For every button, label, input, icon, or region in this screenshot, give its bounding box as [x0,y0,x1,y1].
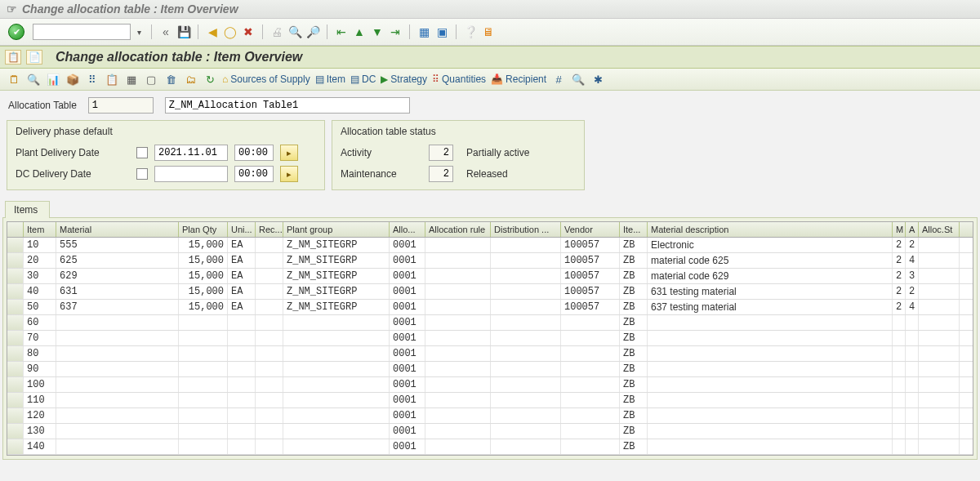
dc-date-checkbox[interactable] [136,168,148,180]
cell-item[interactable]: 10 [24,238,56,252]
table-row[interactable]: 5063715,000EAZ_NM_SITEGRP0001100057ZB637… [7,300,973,315]
cell-plant-group[interactable]: Z_NM_SITEGRP [283,269,390,283]
cell-qty[interactable] [179,439,228,454]
cell-a[interactable] [906,393,919,408]
cell-vendor[interactable] [561,331,620,345]
cell-description[interactable] [648,377,893,392]
copy-icon[interactable]: 📋 [105,72,119,87]
table-row[interactable]: 1400001ZB [7,439,973,455]
overview-btn-icon[interactable]: 🗒 [7,72,21,87]
cell-description[interactable]: material code 629 [648,269,893,283]
cell-distribution[interactable] [491,331,561,345]
cell-ite[interactable]: ZB [620,377,648,392]
cell-item[interactable]: 20 [24,253,56,268]
col-selector[interactable] [7,222,24,237]
cell-unit[interactable] [228,408,256,423]
cell-m[interactable] [893,424,906,439]
cell-vendor[interactable] [561,315,620,330]
cell-description[interactable] [648,393,893,408]
row-selector[interactable] [7,238,24,252]
new-session-icon[interactable]: ▦ [416,24,431,39]
cell-rec[interactable] [256,377,283,392]
cell-allocst[interactable] [919,393,960,408]
prev-page-icon[interactable]: ▲ [352,24,367,39]
cell-a[interactable] [906,362,919,376]
last-page-icon[interactable]: ⇥ [388,24,403,39]
cell-distribution[interactable] [491,284,561,299]
cell-ite[interactable]: ZB [620,424,648,439]
cell-material[interactable] [56,408,179,423]
cell-plant-group[interactable] [283,408,390,423]
cell-ite[interactable]: ZB [620,331,648,345]
table-row[interactable]: 1300001ZB [7,424,973,439]
col-ite[interactable]: Ite... [620,222,648,237]
cell-qty[interactable] [179,362,228,376]
col-plan-qty[interactable]: Plan Qty [179,222,228,237]
cell-distribution[interactable] [491,408,561,423]
cell-unit[interactable]: EA [228,253,256,268]
cell-m[interactable] [893,315,906,330]
cell-ite[interactable]: ZB [620,393,648,408]
cell-m[interactable] [893,439,906,454]
cell-allo[interactable]: 0001 [390,253,425,268]
cell-material[interactable] [56,315,179,330]
detail-icon[interactable]: 🔍 [26,72,41,87]
cell-allo[interactable]: 0001 [390,238,425,252]
cell-a[interactable] [906,346,919,361]
cell-allo[interactable]: 0001 [390,300,425,314]
cell-plant-group[interactable] [283,362,390,376]
table-row[interactable]: 1000001ZB [7,377,973,393]
cell-allo[interactable]: 0001 [390,315,425,330]
cell-qty[interactable] [179,315,228,330]
cell-alloc-rule[interactable] [425,269,491,283]
cell-item[interactable]: 90 [24,362,56,376]
cell-ite[interactable]: ZB [620,346,648,361]
layout-icon[interactable]: 🖥 [481,24,496,39]
cell-alloc-rule[interactable] [425,346,491,361]
table-row[interactable]: 4063115,000EAZ_NM_SITEGRP0001100057ZB631… [7,284,973,300]
plant-date-f4-icon[interactable]: ▸ [280,145,298,161]
cell-vendor[interactable]: 100057 [561,269,620,283]
cell-a[interactable]: 2 [906,238,919,252]
cell-material[interactable]: 625 [56,253,179,268]
col-rec[interactable]: Rec... [256,222,283,237]
col-a[interactable]: A [906,222,919,237]
cell-qty[interactable]: 15,000 [179,238,228,252]
table-row[interactable]: 1055515,000EAZ_NM_SITEGRP0001100057ZBEle… [7,238,973,253]
delete-icon[interactable]: 🗑 [163,72,178,87]
cell-allo[interactable]: 0001 [390,439,425,454]
cell-a[interactable] [906,408,919,423]
cell-plant-group[interactable]: Z_NM_SITEGRP [283,238,390,252]
dc-button[interactable]: ▤ DC [350,73,376,85]
row-selector[interactable] [7,269,24,283]
cell-distribution[interactable] [491,315,561,330]
cell-a[interactable] [906,424,919,439]
cell-description[interactable]: 631 testing material [648,284,893,299]
variant-icon[interactable]: 🗂 [183,72,198,87]
cell-unit[interactable]: EA [228,269,256,283]
dc-date-f4-icon[interactable]: ▸ [280,166,298,182]
cell-unit[interactable] [228,331,256,345]
cell-rec[interactable] [256,269,283,283]
plant-date-input[interactable] [154,145,228,161]
document-icon[interactable]: 📄 [26,50,42,65]
cell-rec[interactable] [256,346,283,361]
plant-date-checkbox[interactable] [136,147,148,158]
cell-rec[interactable] [256,362,283,376]
cell-m[interactable] [893,346,906,361]
cell-a[interactable]: 4 [906,300,919,314]
cell-distribution[interactable] [491,253,561,268]
cell-ite[interactable]: ZB [620,439,648,454]
cell-alloc-rule[interactable] [425,284,491,299]
cell-alloc-rule[interactable] [425,331,491,345]
alloc-table-number[interactable] [88,97,154,114]
cell-ite[interactable]: ZB [620,408,648,423]
cell-alloc-rule[interactable] [425,300,491,314]
cell-a[interactable] [906,377,919,392]
cell-allo[interactable]: 0001 [390,269,425,283]
cell-rec[interactable] [256,408,283,423]
cell-material[interactable] [56,346,179,361]
cell-m[interactable] [893,377,906,392]
cell-unit[interactable] [228,346,256,361]
cell-qty[interactable] [179,346,228,361]
